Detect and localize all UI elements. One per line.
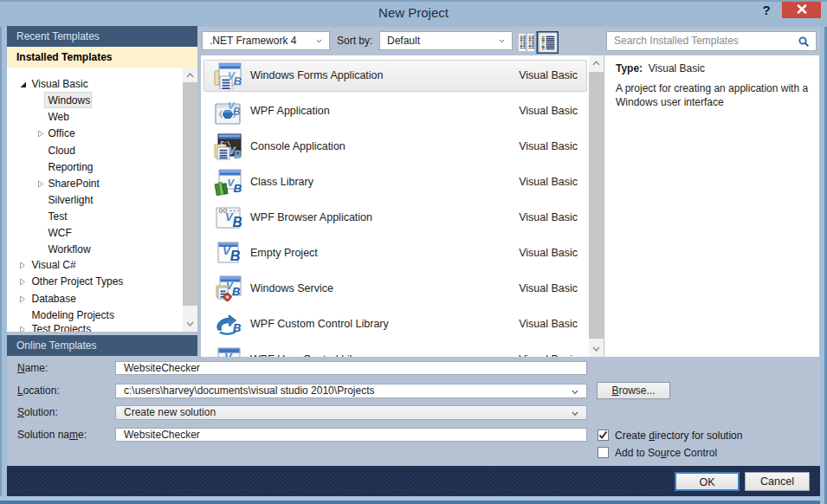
svg-text:B: B [233, 106, 241, 118]
svg-text:B: B [234, 74, 242, 87]
svg-text:B: B [232, 355, 242, 357]
svg-text:B: B [230, 248, 241, 263]
svg-text:B: B [234, 149, 242, 160]
svg-text:B: B [232, 284, 240, 297]
svg-text:B: B [233, 215, 242, 229]
svg-text:B: B [234, 181, 242, 194]
